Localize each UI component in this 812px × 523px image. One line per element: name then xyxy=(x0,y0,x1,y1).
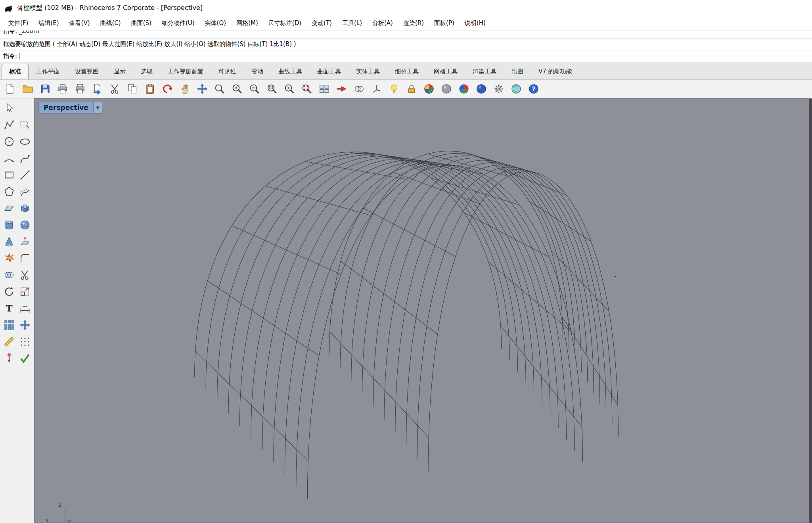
window-select-tool-button[interactable] xyxy=(17,117,33,133)
new-file-button[interactable] xyxy=(3,82,17,96)
move-tool-button[interactable] xyxy=(17,317,33,333)
lamp-toggle-button[interactable] xyxy=(387,82,401,96)
zoom-window-button[interactable] xyxy=(265,82,279,96)
tab-12[interactable]: 细分工具 xyxy=(387,64,426,79)
gumball-button[interactable] xyxy=(370,82,384,96)
curve-tool-button[interactable] xyxy=(17,151,33,166)
menu-item-10[interactable]: 变动(T) xyxy=(306,19,337,27)
ruler-tool-button[interactable] xyxy=(2,334,17,349)
polygon-tool-button[interactable] xyxy=(2,184,17,199)
array-tool-button[interactable] xyxy=(2,317,17,333)
menu-item-7[interactable]: 实体(O) xyxy=(200,19,232,27)
zoom-in-button[interactable] xyxy=(230,82,244,96)
tab-16[interactable]: V7 的新功能 xyxy=(531,64,580,79)
render-button[interactable] xyxy=(474,82,488,96)
menu-item-11[interactable]: 工具(L) xyxy=(337,19,367,27)
zoom-dynamic-button[interactable] xyxy=(213,82,227,96)
offset-tool-button[interactable] xyxy=(17,184,33,199)
copy-button[interactable] xyxy=(125,82,140,96)
menu-item-5[interactable]: 曲面(S) xyxy=(126,19,157,27)
print-preview-button[interactable] xyxy=(73,82,87,96)
menu-item-14[interactable]: 面板(P) xyxy=(429,19,460,27)
print-button[interactable] xyxy=(56,82,70,96)
selection-filter-button[interactable] xyxy=(352,82,366,96)
cylinder-tool-button[interactable] xyxy=(2,217,17,233)
explode-tool-button[interactable] xyxy=(2,251,17,266)
cone-tool-button[interactable] xyxy=(2,234,17,249)
move-view-button[interactable] xyxy=(195,82,209,96)
polyline-tool-button[interactable] xyxy=(2,117,17,133)
trim-tool-button[interactable] xyxy=(17,267,33,283)
menu-item-3[interactable]: 查看(V) xyxy=(64,19,95,27)
tab-4[interactable]: 显示 xyxy=(106,64,133,79)
pin-tool-button[interactable] xyxy=(2,351,17,366)
menu-item-13[interactable]: 渲染(R) xyxy=(398,19,429,27)
rectangle-tool-button[interactable] xyxy=(2,167,17,183)
viewport-layout-button[interactable] xyxy=(317,82,331,96)
text-tool-button[interactable]: T xyxy=(2,301,17,316)
check-tool-button[interactable] xyxy=(17,351,33,366)
rotate-tool-button[interactable] xyxy=(2,284,17,299)
undo-button[interactable] xyxy=(160,82,174,96)
tab-6[interactable]: 工作视窗配置 xyxy=(160,64,211,79)
set-view-button[interactable] xyxy=(335,82,349,96)
tab-8[interactable]: 变动 xyxy=(244,64,271,79)
layer-color-button[interactable] xyxy=(422,82,436,96)
options-button[interactable] xyxy=(492,82,506,96)
export-selected-button[interactable] xyxy=(90,82,105,96)
render-preview-button[interactable] xyxy=(439,82,454,96)
fillet-tool-button[interactable] xyxy=(17,251,33,266)
paste-button[interactable] xyxy=(143,82,157,96)
menu-item-8[interactable]: 网格(M) xyxy=(231,19,263,27)
extrude-tool-button[interactable] xyxy=(17,234,33,249)
help-button[interactable]: ? xyxy=(527,82,541,96)
menu-item-2[interactable]: 编辑(E) xyxy=(33,19,64,27)
zoom-extents-button[interactable] xyxy=(300,82,314,96)
dimension-tool-button[interactable] xyxy=(17,301,33,316)
sphere-tool-button[interactable] xyxy=(17,217,33,233)
render-settings-button[interactable] xyxy=(457,82,471,96)
tab-10[interactable]: 曲面工具 xyxy=(310,64,349,79)
lock-objects-button[interactable] xyxy=(404,82,419,96)
menu-item-6[interactable]: 细分物件(U) xyxy=(157,19,200,27)
tab-2[interactable]: 工作平面 xyxy=(29,64,67,79)
line-tool-button[interactable] xyxy=(17,167,33,183)
viewport-title-badge[interactable]: Perspective xyxy=(38,102,94,113)
tab-7[interactable]: 可见性 xyxy=(211,64,244,79)
menu-item-15[interactable]: 说明(H) xyxy=(460,19,491,27)
save-button[interactable] xyxy=(38,82,52,96)
viewport-title-dropdown-icon[interactable]: ▼ xyxy=(94,102,102,113)
pan-view-button[interactable] xyxy=(178,82,192,96)
arc-tool-button[interactable] xyxy=(2,151,17,166)
tab-5[interactable]: 选取 xyxy=(133,64,160,79)
zoom-selected-button[interactable] xyxy=(282,82,297,96)
command-prompt[interactable]: 指令: xyxy=(0,50,812,62)
tab-11[interactable]: 实体工具 xyxy=(349,64,387,79)
menu-item-4[interactable]: 曲线(C) xyxy=(95,19,126,27)
scale-tool-button[interactable] xyxy=(17,284,33,299)
boolean-tool-button[interactable] xyxy=(2,267,17,283)
plane-tool-button[interactable] xyxy=(2,201,17,216)
menu-item-9[interactable]: 尺寸标注(D) xyxy=(263,19,306,27)
cut-button[interactable] xyxy=(108,82,122,96)
command-options-line[interactable]: 框选要缩放的范围 ( 全部(A) 动态(D) 最大范围(E) 缩放比(F) 放大… xyxy=(0,38,812,50)
menu-item-1[interactable]: 文件(F) xyxy=(3,19,33,27)
zoom-out-button[interactable] xyxy=(247,82,262,96)
tab-13[interactable]: 网格工具 xyxy=(426,64,465,79)
menu-item-12[interactable]: 分析(A) xyxy=(367,19,398,27)
tab-1[interactable]: 标准 xyxy=(2,64,29,79)
circle-tool-button[interactable] xyxy=(2,134,17,149)
open-file-button[interactable] xyxy=(21,82,35,96)
box-tool-button[interactable] xyxy=(17,201,33,216)
package-manager-button[interactable] xyxy=(509,82,523,96)
tab-15[interactable]: 出图 xyxy=(504,64,531,79)
pin-tool-icon xyxy=(3,352,15,364)
viewport[interactable]: Perspective ▼ zxy xyxy=(34,98,812,523)
tab-14[interactable]: 渲染工具 xyxy=(465,64,504,79)
ellipse-tool-button[interactable] xyxy=(17,134,33,149)
tab-9[interactable]: 曲线工具 xyxy=(271,64,310,79)
point-grid-tool-button[interactable] xyxy=(17,334,33,349)
tab-3[interactable]: 设置视图 xyxy=(67,64,106,79)
select-arrow-button[interactable] xyxy=(2,101,17,116)
print-icon xyxy=(57,83,69,95)
